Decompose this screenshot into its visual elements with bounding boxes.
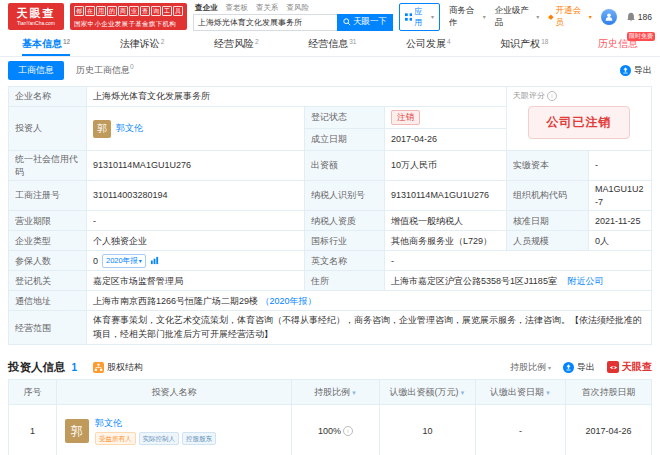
search-button[interactable]: 天眼一下 (337, 14, 393, 31)
field-value: 2021-11-25 (589, 211, 652, 231)
col-header-subscribed-amount[interactable]: 认缴出资额(万元)▼ (380, 380, 476, 405)
field-label: 企业名称 (9, 87, 87, 107)
insured-cell: 0 2020年报 ▾ (87, 251, 305, 271)
col-header-subscribed-date[interactable]: 认缴出资日期▼ (476, 380, 566, 405)
annual-report-chip[interactable]: 2020年报 ▾ (102, 254, 146, 269)
sub-nav: 工商信息 历史工商信息0 导出 (0, 57, 660, 83)
tab-history-info[interactable]: 历史信息 限时免费 (598, 32, 638, 56)
mailing-address-cell: 上海市南京西路1266号恒隆广场二期29楼 （2020年报） (87, 291, 652, 311)
notifications[interactable]: 186 (626, 12, 652, 22)
search-icon (343, 18, 351, 26)
field-label: 投资人 (9, 107, 87, 151)
sort-icon: ▼ (460, 390, 466, 396)
investors-table: 序号 投资人名称 持股比例▼ 认缴出资额(万元)▼ 认缴出资日期▼ 首次持股日期… (8, 379, 652, 455)
field-label: 登记机关 (9, 271, 87, 291)
field-label: 英文名称 (305, 251, 385, 271)
holding-ratio-cell: 100% i (292, 405, 380, 455)
investor-avatar: 郭 (65, 419, 89, 443)
subtab-history-registration[interactable]: 历史工商信息0 (76, 63, 134, 77)
field-value: 其他商务服务业（L729） (385, 231, 507, 251)
slogan-line2: 国家中小企业发展子基金旗下机构 (74, 21, 183, 28)
info-icon: i (547, 91, 557, 101)
search-tab-company[interactable]: 查企业 (195, 3, 218, 13)
shareholding-ratio-filter[interactable]: 持股比例 ▾ (510, 361, 551, 374)
org-chart-icon (93, 362, 104, 373)
top-bar-right: 应用 ▾ 商务合作 ▾ 企业级产品 ▾ ◆ 开通会员 ▾ 186 (399, 3, 652, 31)
field-label: 核准日期 (507, 211, 589, 231)
tab-operational-risk[interactable]: 经营风险2 (214, 32, 259, 56)
company-nav-tabs: 基本信息12 法律诉讼2 经营风险2 经营信息31 公司发展4 知识产权18 历… (0, 32, 660, 57)
field-label: 出资额 (305, 151, 385, 181)
tab-business-info[interactable]: 经营信息31 (308, 32, 356, 56)
search-tab-relation[interactable]: 查关系 (256, 3, 279, 13)
nearby-companies-link[interactable]: 附近公司 (567, 276, 603, 286)
field-value: MA1GU1U2-7 (589, 181, 652, 211)
limited-free-badge: 限时免费 (627, 32, 655, 41)
info-icon: i (343, 426, 353, 436)
tianyancha-company-page: 天眼查 TianYanCha.com 都 在 用 的 商 业 查 询 工 具 国… (0, 0, 660, 455)
chevron-down-icon: ▾ (548, 364, 551, 371)
search-area: 查企业 查老板 查关系 查风险 天眼一下 (193, 3, 393, 31)
export-icon (620, 65, 631, 76)
controlling-shareholder-tag: 控股股东 (182, 432, 216, 445)
open-vip-button[interactable]: ◆ 开通会员 ▾ (548, 5, 592, 29)
apps-button[interactable]: 应用 ▾ (399, 3, 440, 31)
search-input[interactable] (193, 14, 337, 31)
beneficial-owner-tag: 受益所有人 (95, 432, 136, 445)
export-investors-button[interactable]: 导出 (563, 361, 595, 374)
tab-intellectual-property[interactable]: 知识产权18 (500, 32, 548, 56)
address-cell: 上海市嘉定区沪宜公路5358号1区J1185室 附近公司 (385, 271, 652, 291)
search-tab-risk[interactable]: 查风险 (287, 3, 310, 13)
annual-report-link[interactable]: （2020年报） (261, 296, 317, 306)
field-value: 增值税一般纳税人 (385, 211, 507, 231)
field-value: - (87, 211, 305, 231)
notification-count: 186 (638, 12, 652, 22)
chart-icon[interactable] (150, 256, 159, 265)
field-value: 嘉定区市场监督管理局 (87, 271, 305, 291)
search-type-tabs: 查企业 查老板 查关系 查风险 (193, 3, 393, 13)
tyc-score-cell: 天眼评分 i 公司已注销 (507, 87, 652, 151)
chevron-down-icon: ▾ (431, 13, 434, 20)
chevron-down-icon: ▾ (139, 256, 142, 266)
tab-basic-info[interactable]: 基本信息12 (22, 32, 70, 56)
field-value: - (385, 251, 652, 271)
field-label: 企业类型 (9, 231, 87, 251)
chevron-down-icon: ▾ (536, 13, 539, 20)
field-value: 0人 (589, 231, 652, 251)
field-value: 个人独资企业 (87, 231, 305, 251)
field-label: 纳税人资质 (305, 211, 385, 231)
field-label: 人员规模 (507, 231, 589, 251)
col-header-index: 序号 (9, 380, 57, 405)
section-title: 投资人信息 (8, 360, 66, 375)
subtab-business-registration[interactable]: 工商信息 (8, 61, 64, 80)
col-header-first-holding-date: 首次持股日期 (566, 380, 652, 405)
investor-tags: 受益所有人 实际控制人 控股股东 (95, 432, 216, 445)
col-header-ratio[interactable]: 持股比例▼ (292, 380, 380, 405)
investor-link[interactable]: 郭文伦 (116, 122, 143, 135)
field-label: 参保人数 (9, 251, 87, 271)
field-label: 成立日期 (305, 129, 385, 151)
logo-subtitle: TianYanCha.com (17, 21, 55, 26)
field-label: 国标行业 (305, 231, 385, 251)
tab-legal-proceedings[interactable]: 法律诉讼2 (120, 32, 165, 56)
investor-link[interactable]: 郭文伦 (95, 417, 122, 430)
search-tab-boss[interactable]: 查老板 (226, 3, 249, 13)
menu-business-cooperation[interactable]: 商务合作 ▾ (449, 5, 486, 29)
tab-company-development[interactable]: 公司发展4 (406, 32, 451, 56)
tianyancha-logo[interactable]: 天眼查 TianYanCha.com (8, 3, 64, 30)
col-header-investor-name: 投资人名称 (57, 380, 292, 405)
row-index: 1 (9, 405, 57, 455)
menu-enterprise-products[interactable]: 企业级产品 ▾ (495, 5, 540, 29)
export-icon (563, 362, 574, 373)
investors-section-header: 投资人信息 1 股权结构 持股比例 ▾ 导出 (8, 355, 652, 379)
field-label: 纳税人识别号 (305, 181, 385, 211)
top-bar: 天眼查 TianYanCha.com 都 在 用 的 商 业 查 询 工 具 国… (0, 0, 660, 32)
company-info-table: 企业名称 上海烁光体育文化发展事务所 天眼评分 i 公司已注销 投资人 郭 郭文… (8, 86, 652, 345)
export-button[interactable]: 导出 (620, 64, 652, 77)
user-avatar[interactable] (601, 9, 617, 25)
vip-diamond-icon: ◆ (548, 13, 553, 21)
equity-structure-link[interactable]: 股权结构 (93, 361, 143, 374)
actual-controller-tag: 实际控制人 (139, 432, 180, 445)
sort-icon: ▼ (351, 390, 357, 396)
field-label: 登记状态 (305, 107, 385, 129)
